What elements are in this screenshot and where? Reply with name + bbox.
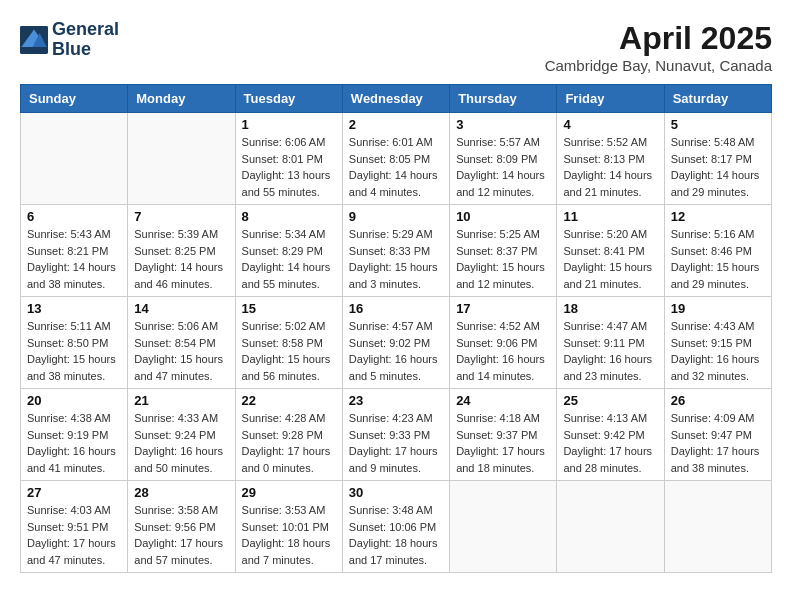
calendar-cell: 1Sunrise: 6:06 AMSunset: 8:01 PMDaylight…	[235, 113, 342, 205]
sunset-text: Sunset: 8:01 PM	[242, 153, 323, 165]
calendar-cell: 25Sunrise: 4:13 AMSunset: 9:42 PMDayligh…	[557, 389, 664, 481]
day-number: 25	[563, 393, 657, 408]
day-number: 18	[563, 301, 657, 316]
calendar-cell: 23Sunrise: 4:23 AMSunset: 9:33 PMDayligh…	[342, 389, 449, 481]
sunset-text: Sunset: 8:54 PM	[134, 337, 215, 349]
daylight-text: Daylight: 14 hours and 55 minutes.	[242, 261, 331, 290]
sunrise-text: Sunrise: 4:13 AM	[563, 412, 647, 424]
day-info: Sunrise: 5:48 AMSunset: 8:17 PMDaylight:…	[671, 134, 765, 200]
daylight-text: Daylight: 16 hours and 32 minutes.	[671, 353, 760, 382]
sunset-text: Sunset: 8:09 PM	[456, 153, 537, 165]
daylight-text: Daylight: 14 hours and 4 minutes.	[349, 169, 438, 198]
day-number: 24	[456, 393, 550, 408]
sunset-text: Sunset: 9:42 PM	[563, 429, 644, 441]
day-info: Sunrise: 4:09 AMSunset: 9:47 PMDaylight:…	[671, 410, 765, 476]
day-info: Sunrise: 5:11 AMSunset: 8:50 PMDaylight:…	[27, 318, 121, 384]
weekday-header-thursday: Thursday	[450, 85, 557, 113]
daylight-text: Daylight: 18 hours and 7 minutes.	[242, 537, 331, 566]
sunrise-text: Sunrise: 4:09 AM	[671, 412, 755, 424]
day-info: Sunrise: 3:48 AMSunset: 10:06 PMDaylight…	[349, 502, 443, 568]
calendar-week-row: 1Sunrise: 6:06 AMSunset: 8:01 PMDaylight…	[21, 113, 772, 205]
day-number: 7	[134, 209, 228, 224]
day-info: Sunrise: 6:06 AMSunset: 8:01 PMDaylight:…	[242, 134, 336, 200]
calendar-cell: 3Sunrise: 5:57 AMSunset: 8:09 PMDaylight…	[450, 113, 557, 205]
day-info: Sunrise: 4:28 AMSunset: 9:28 PMDaylight:…	[242, 410, 336, 476]
calendar-cell: 29Sunrise: 3:53 AMSunset: 10:01 PMDaylig…	[235, 481, 342, 573]
calendar-cell: 2Sunrise: 6:01 AMSunset: 8:05 PMDaylight…	[342, 113, 449, 205]
day-number: 1	[242, 117, 336, 132]
calendar-cell	[450, 481, 557, 573]
day-number: 15	[242, 301, 336, 316]
day-info: Sunrise: 4:23 AMSunset: 9:33 PMDaylight:…	[349, 410, 443, 476]
day-number: 28	[134, 485, 228, 500]
calendar-cell	[557, 481, 664, 573]
sunset-text: Sunset: 9:51 PM	[27, 521, 108, 533]
day-number: 11	[563, 209, 657, 224]
day-number: 29	[242, 485, 336, 500]
day-number: 17	[456, 301, 550, 316]
daylight-text: Daylight: 15 hours and 29 minutes.	[671, 261, 760, 290]
daylight-text: Daylight: 16 hours and 14 minutes.	[456, 353, 545, 382]
day-info: Sunrise: 5:29 AMSunset: 8:33 PMDaylight:…	[349, 226, 443, 292]
daylight-text: Daylight: 17 hours and 18 minutes.	[456, 445, 545, 474]
sunrise-text: Sunrise: 6:01 AM	[349, 136, 433, 148]
calendar-cell: 28Sunrise: 3:58 AMSunset: 9:56 PMDayligh…	[128, 481, 235, 573]
sunrise-text: Sunrise: 3:53 AM	[242, 504, 326, 516]
day-info: Sunrise: 4:52 AMSunset: 9:06 PMDaylight:…	[456, 318, 550, 384]
weekday-header-sunday: Sunday	[21, 85, 128, 113]
sunrise-text: Sunrise: 4:03 AM	[27, 504, 111, 516]
daylight-text: Daylight: 16 hours and 23 minutes.	[563, 353, 652, 382]
sunset-text: Sunset: 9:24 PM	[134, 429, 215, 441]
logo-text: General Blue	[52, 20, 119, 60]
day-number: 21	[134, 393, 228, 408]
calendar-cell: 22Sunrise: 4:28 AMSunset: 9:28 PMDayligh…	[235, 389, 342, 481]
daylight-text: Daylight: 14 hours and 12 minutes.	[456, 169, 545, 198]
calendar-cell: 5Sunrise: 5:48 AMSunset: 8:17 PMDaylight…	[664, 113, 771, 205]
daylight-text: Daylight: 15 hours and 3 minutes.	[349, 261, 438, 290]
day-info: Sunrise: 5:39 AMSunset: 8:25 PMDaylight:…	[134, 226, 228, 292]
sunrise-text: Sunrise: 3:48 AM	[349, 504, 433, 516]
day-info: Sunrise: 4:33 AMSunset: 9:24 PMDaylight:…	[134, 410, 228, 476]
day-info: Sunrise: 4:18 AMSunset: 9:37 PMDaylight:…	[456, 410, 550, 476]
weekday-header-saturday: Saturday	[664, 85, 771, 113]
calendar-cell: 16Sunrise: 4:57 AMSunset: 9:02 PMDayligh…	[342, 297, 449, 389]
sunset-text: Sunset: 8:41 PM	[563, 245, 644, 257]
day-info: Sunrise: 3:58 AMSunset: 9:56 PMDaylight:…	[134, 502, 228, 568]
day-info: Sunrise: 5:34 AMSunset: 8:29 PMDaylight:…	[242, 226, 336, 292]
day-info: Sunrise: 6:01 AMSunset: 8:05 PMDaylight:…	[349, 134, 443, 200]
sunset-text: Sunset: 9:33 PM	[349, 429, 430, 441]
sunset-text: Sunset: 8:58 PM	[242, 337, 323, 349]
weekday-header-wednesday: Wednesday	[342, 85, 449, 113]
day-info: Sunrise: 4:38 AMSunset: 9:19 PMDaylight:…	[27, 410, 121, 476]
sunrise-text: Sunrise: 5:57 AM	[456, 136, 540, 148]
sunrise-text: Sunrise: 5:02 AM	[242, 320, 326, 332]
sunrise-text: Sunrise: 5:39 AM	[134, 228, 218, 240]
day-number: 3	[456, 117, 550, 132]
sunrise-text: Sunrise: 4:47 AM	[563, 320, 647, 332]
sunset-text: Sunset: 8:05 PM	[349, 153, 430, 165]
day-number: 8	[242, 209, 336, 224]
daylight-text: Daylight: 15 hours and 12 minutes.	[456, 261, 545, 290]
day-info: Sunrise: 3:53 AMSunset: 10:01 PMDaylight…	[242, 502, 336, 568]
sunset-text: Sunset: 8:21 PM	[27, 245, 108, 257]
calendar-week-row: 20Sunrise: 4:38 AMSunset: 9:19 PMDayligh…	[21, 389, 772, 481]
calendar-cell: 30Sunrise: 3:48 AMSunset: 10:06 PMDaylig…	[342, 481, 449, 573]
day-info: Sunrise: 4:43 AMSunset: 9:15 PMDaylight:…	[671, 318, 765, 384]
calendar-cell: 27Sunrise: 4:03 AMSunset: 9:51 PMDayligh…	[21, 481, 128, 573]
daylight-text: Daylight: 16 hours and 41 minutes.	[27, 445, 116, 474]
day-info: Sunrise: 4:03 AMSunset: 9:51 PMDaylight:…	[27, 502, 121, 568]
title-block: April 2025 Cambridge Bay, Nunavut, Canad…	[545, 20, 772, 74]
day-info: Sunrise: 5:02 AMSunset: 8:58 PMDaylight:…	[242, 318, 336, 384]
logo-icon	[20, 26, 48, 54]
calendar-week-row: 6Sunrise: 5:43 AMSunset: 8:21 PMDaylight…	[21, 205, 772, 297]
sunset-text: Sunset: 9:28 PM	[242, 429, 323, 441]
month-title: April 2025	[545, 20, 772, 57]
sunrise-text: Sunrise: 3:58 AM	[134, 504, 218, 516]
sunset-text: Sunset: 9:15 PM	[671, 337, 752, 349]
daylight-text: Daylight: 16 hours and 50 minutes.	[134, 445, 223, 474]
weekday-header-friday: Friday	[557, 85, 664, 113]
day-number: 4	[563, 117, 657, 132]
sunrise-text: Sunrise: 5:20 AM	[563, 228, 647, 240]
sunset-text: Sunset: 9:06 PM	[456, 337, 537, 349]
sunset-text: Sunset: 9:37 PM	[456, 429, 537, 441]
